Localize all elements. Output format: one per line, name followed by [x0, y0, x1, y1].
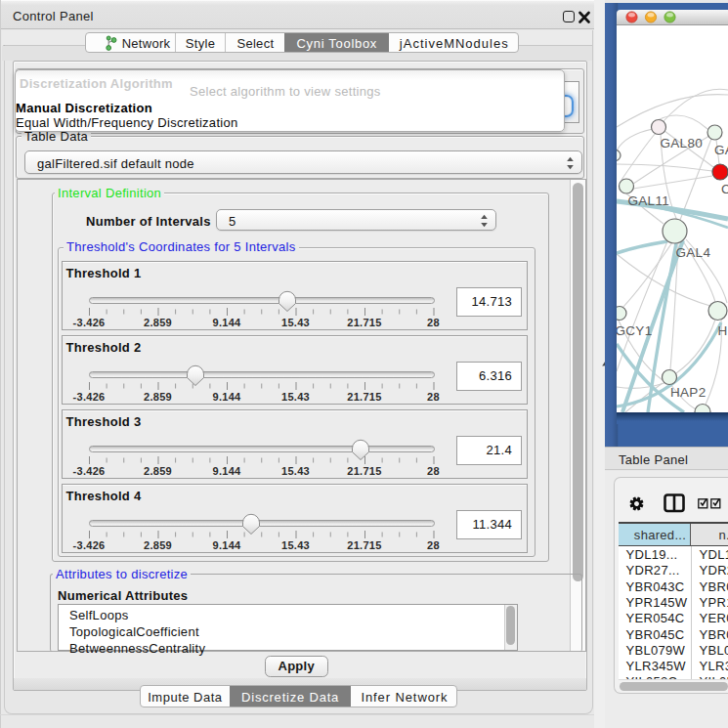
svg-text:GCY1: GCY1	[617, 323, 652, 338]
svg-text:H: H	[718, 323, 728, 338]
svg-text:C: C	[721, 182, 728, 196]
svg-text:GAL11: GAL11	[628, 193, 670, 208]
svg-text:GAL80: GAL80	[661, 136, 704, 150]
svg-text:HAP2: HAP2	[670, 385, 706, 400]
svg-text:GA: GA	[714, 143, 728, 157]
svg-text:GAL4: GAL4	[676, 245, 711, 260]
